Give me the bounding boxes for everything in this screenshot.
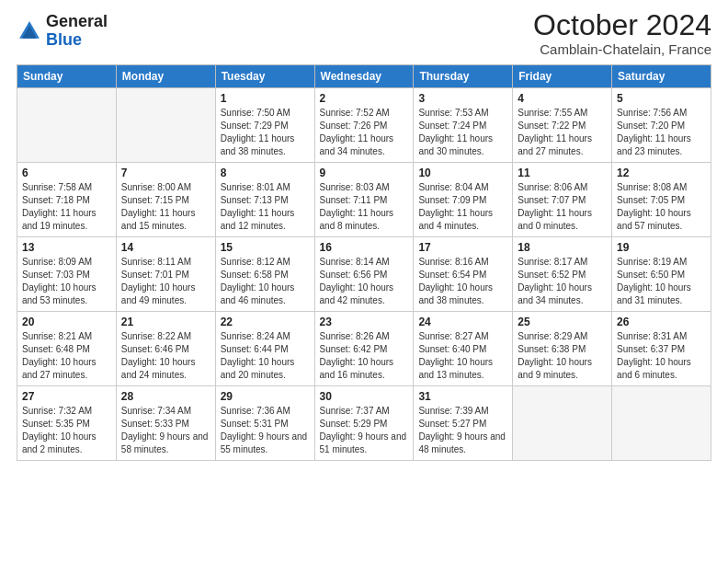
- page: General Blue October 2024 Camblain-Chate…: [0, 0, 728, 563]
- day-number: 5: [617, 92, 706, 105]
- day-info: Sunrise: 8:22 AM Sunset: 6:46 PM Dayligh…: [121, 330, 210, 382]
- calendar-cell: 17Sunrise: 8:16 AM Sunset: 6:54 PM Dayli…: [414, 237, 513, 312]
- day-number: 3: [418, 92, 507, 105]
- col-tuesday: Tuesday: [215, 65, 314, 88]
- day-number: 8: [221, 167, 310, 179]
- day-number: 14: [121, 241, 210, 254]
- day-info: Sunrise: 8:16 AM Sunset: 6:54 PM Dayligh…: [418, 256, 507, 307]
- day-number: 23: [320, 316, 409, 328]
- day-number: 17: [418, 241, 507, 254]
- calendar-cell: 11Sunrise: 8:06 AM Sunset: 7:07 PM Dayli…: [513, 163, 612, 237]
- day-info: Sunrise: 8:31 AM Sunset: 6:37 PM Dayligh…: [617, 330, 706, 382]
- calendar-cell: 23Sunrise: 8:26 AM Sunset: 6:42 PM Dayli…: [314, 312, 414, 386]
- calendar-week-1: 1Sunrise: 7:50 AM Sunset: 7:29 PM Daylig…: [17, 88, 711, 163]
- logo: General Blue: [17, 13, 108, 50]
- day-number: 15: [221, 241, 310, 254]
- calendar-cell: 15Sunrise: 8:12 AM Sunset: 6:58 PM Dayli…: [215, 237, 314, 312]
- calendar-cell: 5Sunrise: 7:56 AM Sunset: 7:20 PM Daylig…: [612, 88, 711, 163]
- calendar-cell: 6Sunrise: 7:58 AM Sunset: 7:18 PM Daylig…: [17, 163, 117, 237]
- day-info: Sunrise: 7:56 AM Sunset: 7:20 PM Dayligh…: [617, 107, 706, 158]
- calendar-cell: [17, 88, 117, 163]
- day-number: 28: [121, 390, 210, 403]
- day-number: 16: [320, 241, 409, 254]
- col-thursday: Thursday: [414, 65, 513, 88]
- calendar-cell: 1Sunrise: 7:50 AM Sunset: 7:29 PM Daylig…: [215, 88, 314, 163]
- calendar-cell: 26Sunrise: 8:31 AM Sunset: 6:37 PM Dayli…: [612, 312, 711, 386]
- calendar-cell: [513, 386, 612, 461]
- title-block: October 2024 Camblain-Chatelain, France: [533, 9, 711, 57]
- day-info: Sunrise: 7:53 AM Sunset: 7:24 PM Dayligh…: [418, 107, 507, 158]
- calendar-cell: 4Sunrise: 7:55 AM Sunset: 7:22 PM Daylig…: [513, 88, 612, 163]
- day-info: Sunrise: 8:00 AM Sunset: 7:15 PM Dayligh…: [121, 181, 210, 233]
- logo-text: General Blue: [46, 13, 108, 50]
- day-info: Sunrise: 8:11 AM Sunset: 7:01 PM Dayligh…: [121, 256, 210, 307]
- day-number: 18: [518, 241, 607, 254]
- day-info: Sunrise: 8:24 AM Sunset: 6:44 PM Dayligh…: [221, 330, 310, 382]
- calendar-cell: 20Sunrise: 8:21 AM Sunset: 6:48 PM Dayli…: [17, 312, 117, 386]
- day-number: 19: [617, 241, 706, 254]
- calendar-title: October 2024: [533, 9, 711, 41]
- calendar-cell: 24Sunrise: 8:27 AM Sunset: 6:40 PM Dayli…: [414, 312, 513, 386]
- calendar-cell: 7Sunrise: 8:00 AM Sunset: 7:15 PM Daylig…: [116, 163, 215, 237]
- day-number: 2: [320, 92, 409, 105]
- day-info: Sunrise: 7:36 AM Sunset: 5:31 PM Dayligh…: [221, 405, 310, 456]
- day-info: Sunrise: 7:55 AM Sunset: 7:22 PM Dayligh…: [518, 107, 607, 158]
- col-sunday: Sunday: [17, 65, 117, 88]
- day-info: Sunrise: 8:14 AM Sunset: 6:56 PM Dayligh…: [320, 256, 409, 307]
- calendar-cell: 21Sunrise: 8:22 AM Sunset: 6:46 PM Dayli…: [116, 312, 215, 386]
- day-info: Sunrise: 7:58 AM Sunset: 7:18 PM Dayligh…: [22, 181, 111, 233]
- day-info: Sunrise: 8:17 AM Sunset: 6:52 PM Dayligh…: [518, 256, 607, 307]
- day-info: Sunrise: 7:37 AM Sunset: 5:29 PM Dayligh…: [320, 405, 409, 456]
- day-number: 27: [22, 390, 111, 403]
- day-number: 11: [518, 167, 607, 179]
- day-number: 24: [418, 316, 507, 328]
- header-row: Sunday Monday Tuesday Wednesday Thursday…: [17, 65, 711, 88]
- calendar-cell: 19Sunrise: 8:19 AM Sunset: 6:50 PM Dayli…: [612, 237, 711, 312]
- calendar-week-3: 13Sunrise: 8:09 AM Sunset: 7:03 PM Dayli…: [17, 237, 711, 312]
- calendar-cell: 9Sunrise: 8:03 AM Sunset: 7:11 PM Daylig…: [314, 163, 414, 237]
- day-number: 26: [617, 316, 706, 328]
- calendar-cell: 29Sunrise: 7:36 AM Sunset: 5:31 PM Dayli…: [215, 386, 314, 461]
- day-info: Sunrise: 7:50 AM Sunset: 7:29 PM Dayligh…: [221, 107, 310, 158]
- day-number: 1: [221, 92, 310, 105]
- col-friday: Friday: [513, 65, 612, 88]
- calendar-cell: 13Sunrise: 8:09 AM Sunset: 7:03 PM Dayli…: [17, 237, 117, 312]
- day-number: 22: [221, 316, 310, 328]
- calendar-week-2: 6Sunrise: 7:58 AM Sunset: 7:18 PM Daylig…: [17, 163, 711, 237]
- calendar-cell: 14Sunrise: 8:11 AM Sunset: 7:01 PM Dayli…: [116, 237, 215, 312]
- day-info: Sunrise: 8:01 AM Sunset: 7:13 PM Dayligh…: [221, 181, 310, 233]
- day-info: Sunrise: 8:19 AM Sunset: 6:50 PM Dayligh…: [617, 256, 706, 307]
- day-number: 30: [320, 390, 409, 403]
- calendar-subtitle: Camblain-Chatelain, France: [533, 41, 711, 57]
- day-number: 31: [418, 390, 507, 403]
- day-info: Sunrise: 8:04 AM Sunset: 7:09 PM Dayligh…: [418, 181, 507, 233]
- logo-icon: [17, 18, 42, 44]
- calendar-week-4: 20Sunrise: 8:21 AM Sunset: 6:48 PM Dayli…: [17, 312, 711, 386]
- day-number: 12: [617, 167, 706, 179]
- day-info: Sunrise: 7:52 AM Sunset: 7:26 PM Dayligh…: [320, 107, 409, 158]
- calendar-cell: [612, 386, 711, 461]
- calendar-cell: 2Sunrise: 7:52 AM Sunset: 7:26 PM Daylig…: [314, 88, 414, 163]
- col-monday: Monday: [116, 65, 215, 88]
- day-number: 7: [121, 167, 210, 179]
- day-info: Sunrise: 8:27 AM Sunset: 6:40 PM Dayligh…: [418, 330, 507, 382]
- header: General Blue October 2024 Camblain-Chate…: [17, 9, 711, 57]
- calendar-cell: 12Sunrise: 8:08 AM Sunset: 7:05 PM Dayli…: [612, 163, 711, 237]
- col-wednesday: Wednesday: [314, 65, 414, 88]
- day-number: 20: [22, 316, 111, 328]
- calendar-cell: 3Sunrise: 7:53 AM Sunset: 7:24 PM Daylig…: [414, 88, 513, 163]
- day-number: 29: [221, 390, 310, 403]
- day-number: 9: [320, 167, 409, 179]
- calendar-cell: 30Sunrise: 7:37 AM Sunset: 5:29 PM Dayli…: [314, 386, 414, 461]
- calendar-week-5: 27Sunrise: 7:32 AM Sunset: 5:35 PM Dayli…: [17, 386, 711, 461]
- day-number: 6: [22, 167, 111, 179]
- calendar-cell: 8Sunrise: 8:01 AM Sunset: 7:13 PM Daylig…: [215, 163, 314, 237]
- day-info: Sunrise: 8:09 AM Sunset: 7:03 PM Dayligh…: [22, 256, 111, 307]
- day-info: Sunrise: 7:39 AM Sunset: 5:27 PM Dayligh…: [418, 405, 507, 456]
- day-info: Sunrise: 7:32 AM Sunset: 5:35 PM Dayligh…: [22, 405, 111, 456]
- col-saturday: Saturday: [612, 65, 711, 88]
- day-number: 21: [121, 316, 210, 328]
- logo-general: General: [46, 13, 108, 31]
- day-info: Sunrise: 7:34 AM Sunset: 5:33 PM Dayligh…: [121, 405, 210, 456]
- calendar-cell: 31Sunrise: 7:39 AM Sunset: 5:27 PM Dayli…: [414, 386, 513, 461]
